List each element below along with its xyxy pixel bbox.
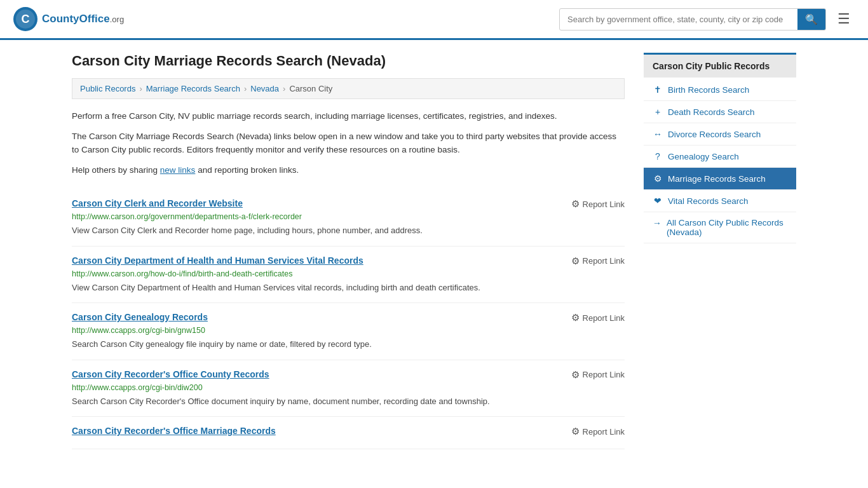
record-item-header: Carson City Genealogy Records ⚙ Report L… [72,312,625,323]
main-container: Carson City Marriage Records Search (Nev… [53,40,815,462]
sidebar-item-vital[interactable]: ❤ Vital Records Search [644,190,796,212]
all-records-icon: → [653,218,661,228]
description-3: Help others by sharing new links and rep… [72,163,625,177]
page-title: Carson City Marriage Records Search (Nev… [72,53,625,69]
record-desc: Search Carson City genealogy file inquir… [72,338,625,351]
record-title[interactable]: Carson City Recorder's Office County Rec… [72,369,269,379]
record-item: Carson City Department of Health and Hum… [72,247,625,304]
sidebar-item-label: Birth Records Search [668,85,749,95]
breadcrumb-public-records[interactable]: Public Records [80,84,135,93]
sidebar-item-genealogy[interactable]: ? Genealogy Search [644,146,796,168]
record-title[interactable]: Carson City Department of Health and Hum… [72,255,363,266]
vital-icon: ❤ [653,196,663,206]
search-button[interactable]: 🔍 [797,9,825,30]
hamburger-button[interactable]: ☰ [832,8,855,30]
record-item-header: Carson City Recorder's Office Marriage R… [72,426,625,437]
breadcrumb-nevada[interactable]: Nevada [250,84,279,93]
breadcrumb-sep-3: › [283,84,285,93]
report-icon: ⚙ [571,426,580,437]
breadcrumb-sep-1: › [139,84,142,93]
record-url[interactable]: http://www.ccapps.org/cgi-bin/gnw150 [72,326,625,335]
record-desc: Search Carson City Recorder's Office doc… [72,395,625,408]
record-desc: View Carson City Department of Health an… [72,281,625,294]
report-link[interactable]: ⚙ Report Link [571,312,625,323]
sidebar-item-label: Marriage Records Search [668,174,766,184]
sidebar-item-death[interactable]: + Death Records Search [644,101,796,123]
report-icon: ⚙ [571,312,580,323]
logo-area: C CountyOffice.org [13,6,124,32]
search-bar: 🔍 [559,8,826,30]
sidebar-title: Carson City Public Records [644,53,796,78]
sidebar-item-label: All Carson City Public Records (Nevada) [667,218,787,237]
search-input[interactable] [560,10,797,29]
report-link[interactable]: ⚙ Report Link [571,255,625,267]
description-2: The Carson City Marriage Records Search … [72,130,625,157]
sidebar-item-label: Divorce Records Search [668,130,761,139]
logo-text: CountyOffice.org [42,13,124,25]
records-list: Carson City Clerk and Recorder Website ⚙… [72,189,625,449]
record-item-header: Carson City Recorder's Office County Rec… [72,369,625,381]
new-links-link[interactable]: new links [160,165,196,175]
record-item-header: Carson City Clerk and Recorder Website ⚙… [72,198,625,210]
sidebar-item-all[interactable]: → All Carson City Public Records (Nevada… [644,212,796,243]
header: C CountyOffice.org 🔍 ☰ [0,0,868,40]
sidebar-item-label: Vital Records Search [668,196,749,206]
report-icon: ⚙ [571,198,580,210]
death-icon: + [653,107,663,117]
report-icon: ⚙ [571,369,580,381]
sidebar: Carson City Public Records ✝ Birth Recor… [644,53,796,449]
report-link[interactable]: ⚙ Report Link [571,198,625,210]
report-link[interactable]: ⚙ Report Link [571,369,625,381]
divorce-icon: ↔ [653,129,663,139]
record-url[interactable]: http://www.carson.org/government/departm… [72,212,625,221]
record-item: Carson City Genealogy Records ⚙ Report L… [72,303,625,360]
sidebar-item-label: Death Records Search [668,107,755,117]
breadcrumb-marriage-records[interactable]: Marriage Records Search [146,84,240,93]
record-item: Carson City Recorder's Office Marriage R… [72,417,625,449]
record-url[interactable]: http://www.carson.org/how-do-i/find/birt… [72,269,625,278]
content-area: Carson City Marriage Records Search (Nev… [72,53,625,449]
sidebar-item-divorce[interactable]: ↔ Divorce Records Search [644,123,796,146]
record-title[interactable]: Carson City Recorder's Office Marriage R… [72,426,276,436]
description-1: Perform a free Carson City, NV public ma… [72,109,625,123]
birth-icon: ✝ [653,85,663,95]
sidebar-item-birth[interactable]: ✝ Birth Records Search [644,79,796,101]
marriage-icon: ⚙ [653,173,663,184]
genealogy-icon: ? [653,151,663,161]
record-item: Carson City Recorder's Office County Rec… [72,360,625,417]
report-icon: ⚙ [571,255,580,267]
record-desc: View Carson City Clerk and Recorder home… [72,224,625,237]
record-title[interactable]: Carson City Genealogy Records [72,312,208,322]
breadcrumb-sep-2: › [244,84,247,93]
record-title[interactable]: Carson City Clerk and Recorder Website [72,198,243,208]
sidebar-item-marriage[interactable]: ⚙ Marriage Records Search [644,168,796,190]
header-right: 🔍 ☰ [559,8,855,30]
record-item-header: Carson City Department of Health and Hum… [72,255,625,267]
record-url[interactable]: http://www.ccapps.org/cgi-bin/diw200 [72,383,625,392]
svg-text:C: C [22,13,30,25]
record-item: Carson City Clerk and Recorder Website ⚙… [72,189,625,247]
logo-icon: C [13,6,38,32]
sidebar-item-label: Genealogy Search [668,152,739,161]
breadcrumb-current: Carson City [289,84,332,93]
report-link[interactable]: ⚙ Report Link [571,426,625,437]
breadcrumb: Public Records › Marriage Records Search… [72,78,625,99]
